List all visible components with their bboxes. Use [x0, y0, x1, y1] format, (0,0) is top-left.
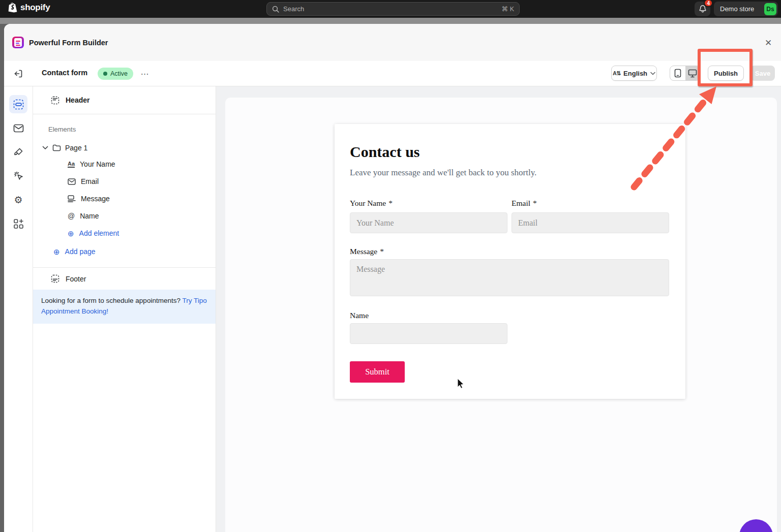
chevron-down-icon — [42, 146, 48, 150]
desktop-icon — [688, 69, 697, 78]
close-icon[interactable]: ✕ — [762, 36, 775, 49]
form-title: Contact us — [350, 143, 420, 161]
click-cursor-icon — [13, 171, 24, 181]
shopify-logo: shopify — [8, 2, 50, 13]
exit-icon — [13, 69, 23, 79]
language-selector[interactable]: A⇅ English — [611, 66, 657, 81]
search-placeholder: Search — [283, 5, 498, 13]
store-avatar: Ds — [764, 3, 776, 15]
tree-item-message[interactable]: Message — [33, 190, 216, 207]
search-icon — [272, 6, 279, 13]
rail-email-tab[interactable] — [9, 119, 27, 137]
mobile-preview-button[interactable] — [670, 66, 685, 80]
form-name-title: Contact form — [42, 69, 87, 77]
tree-item-name[interactable]: @ Name — [33, 207, 216, 225]
rail-settings-tab[interactable]: ⚙ — [9, 191, 27, 209]
tree-item-label: Message — [81, 195, 110, 203]
app-header: Powerful Form Builder ✕ — [4, 24, 781, 61]
elements-sidebar: Header Elements Page 1 Aa Your Name Emai… — [33, 86, 216, 532]
status-dot-icon — [103, 72, 107, 76]
form-subtitle: Leave your message and we'll get back to… — [350, 168, 536, 178]
add-page-label: Add page — [65, 247, 96, 256]
header-label: Header — [66, 96, 89, 104]
gear-icon: ⚙ — [14, 195, 22, 205]
paintbrush-icon — [13, 147, 24, 158]
apps-grid-plus-icon — [13, 218, 24, 229]
footer-section-icon — [51, 274, 59, 283]
builder-icon-rail: ⚙ — [4, 86, 33, 532]
language-label: English — [623, 70, 647, 77]
plus-circle-icon: ⊕ — [68, 230, 74, 237]
submit-button[interactable]: Submit — [350, 361, 405, 383]
rail-fields-tab[interactable] — [9, 95, 27, 113]
add-element-label: Add element — [79, 229, 119, 237]
store-name: Demo store — [720, 5, 754, 13]
rail-tracking-tab[interactable] — [9, 167, 27, 185]
mouse-cursor — [457, 378, 466, 389]
field-label-email: Email* — [512, 199, 537, 208]
at-icon: @ — [68, 212, 75, 220]
tree-item-email[interactable]: Email — [33, 173, 216, 190]
message-textarea[interactable] — [350, 259, 669, 296]
tree-item-label: Your Name — [80, 160, 115, 168]
elements-section-label: Elements — [48, 126, 216, 133]
envelope-icon — [68, 178, 76, 185]
rail-design-tab[interactable] — [9, 143, 27, 161]
translate-icon: A⇅ — [613, 70, 620, 77]
appointment-promo-note: Looking for a form to schedule appointme… — [33, 290, 216, 324]
plus-circle-icon: ⊕ — [53, 248, 60, 256]
add-element-button[interactable]: ⊕ Add element — [33, 225, 216, 242]
modal-gap-strip — [0, 18, 781, 24]
field-label-your-name: Your Name* — [350, 199, 393, 208]
tree-page-1[interactable]: Page 1 — [33, 140, 216, 155]
more-menu-button[interactable]: ⋯ — [137, 67, 153, 80]
mobile-icon — [674, 69, 681, 78]
folder-icon — [52, 144, 61, 151]
name-input[interactable] — [350, 323, 507, 344]
search-shortcut: ⌘ K — [502, 5, 514, 13]
chevron-down-icon — [650, 72, 655, 75]
exit-builder-button[interactable] — [12, 67, 25, 80]
status-badge: Active — [98, 68, 133, 80]
notification-badge: 4 — [704, 0, 713, 7]
device-preview-toggle — [670, 66, 701, 81]
app-title: Powerful Form Builder — [29, 39, 108, 47]
field-label-name: Name — [350, 311, 371, 320]
tree-item-your-name[interactable]: Aa Your Name — [33, 155, 216, 173]
tree-item-label: Name — [80, 212, 99, 220]
search-input[interactable]: Search ⌘ K — [266, 2, 520, 16]
field-label-message: Message* — [350, 247, 384, 256]
shopify-bag-icon — [8, 2, 18, 13]
sidebar-item-header[interactable]: Header — [33, 86, 216, 114]
publish-pointer-arrow — [628, 81, 725, 193]
status-label: Active — [110, 70, 128, 77]
publish-highlight-rectangle — [698, 49, 753, 86]
notifications-button[interactable]: 4 — [695, 2, 710, 16]
footer-label: Footer — [66, 275, 86, 283]
text-field-icon: Aa — [68, 161, 75, 168]
store-menu-button[interactable]: Demo store Ds — [714, 2, 778, 16]
tree-item-label: Email — [81, 177, 99, 185]
add-page-button[interactable]: ⊕ Add page — [33, 243, 216, 260]
admin-topbar: shopify Search ⌘ K 4 Demo store Ds — [0, 0, 781, 18]
save-button[interactable]: Save — [750, 66, 775, 81]
sidebar-item-footer[interactable]: Footer — [33, 267, 216, 290]
form-builder-app-icon — [12, 37, 24, 48]
email-input[interactable] — [512, 212, 669, 233]
textarea-icon — [68, 195, 76, 202]
header-section-icon — [51, 96, 59, 105]
rail-apps-tab[interactable] — [9, 214, 27, 233]
envelope-icon — [13, 124, 24, 133]
form-fields-icon — [13, 99, 24, 110]
shopify-wordmark: shopify — [20, 3, 50, 13]
your-name-input[interactable] — [350, 212, 507, 233]
promo-text: Looking for a form to schedule appointme… — [41, 297, 182, 304]
page-label: Page 1 — [65, 144, 87, 152]
